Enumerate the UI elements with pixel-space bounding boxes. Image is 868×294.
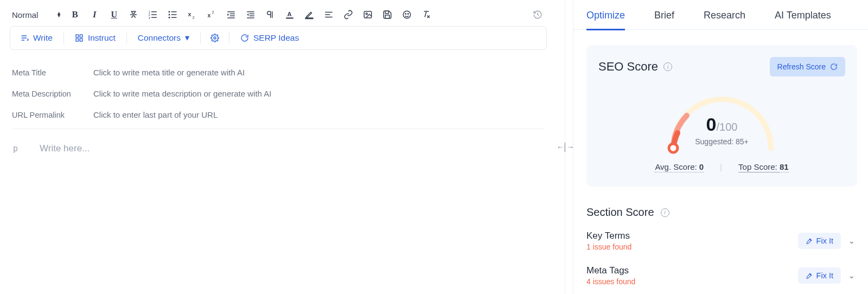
meta-desc-row: Meta Description Click to write meta des… xyxy=(12,83,545,104)
emoji-icon[interactable] xyxy=(401,9,413,21)
italic-icon[interactable]: I xyxy=(88,9,100,21)
connectors-label: Connectors xyxy=(138,33,181,43)
info-icon[interactable]: i xyxy=(661,208,669,217)
settings-button[interactable] xyxy=(201,34,229,42)
history-icon[interactable] xyxy=(532,9,544,21)
seo-score-denom: /100 xyxy=(716,121,737,133)
chevron-down-icon[interactable]: ⌄ xyxy=(848,271,855,280)
meta-url-label: URL Permalink xyxy=(12,111,93,119)
image-icon[interactable] xyxy=(362,9,374,21)
serp-ideas-button[interactable]: SERP Ideas xyxy=(229,33,310,43)
refresh-score-label: Refresh Score xyxy=(777,62,826,71)
meta-title-label: Meta Title xyxy=(12,68,93,77)
section-score-heading: Section Score i xyxy=(573,187,868,223)
highlight-icon[interactable] xyxy=(303,9,315,21)
svg-rect-41 xyxy=(76,39,79,41)
indent-icon[interactable] xyxy=(245,9,257,21)
content-editor[interactable]: Write here... xyxy=(40,143,90,154)
svg-text:x: x xyxy=(208,12,211,18)
chevron-down-icon[interactable]: ⌄ xyxy=(848,237,855,245)
svg-text:2: 2 xyxy=(193,16,195,20)
text-color-icon[interactable]: A xyxy=(284,9,296,21)
editor-body: p Write here... xyxy=(12,129,545,154)
svg-rect-30 xyxy=(326,14,330,15)
save-icon[interactable] xyxy=(381,9,393,21)
info-icon[interactable]: i xyxy=(663,62,672,71)
pane-resize-handle[interactable]: ←│→ xyxy=(557,0,573,294)
refresh-icon xyxy=(830,63,838,71)
tab-optimize[interactable]: Optimize xyxy=(586,10,625,30)
svg-rect-40 xyxy=(80,35,82,37)
instruct-button[interactable]: Instruct xyxy=(64,33,126,43)
wand-icon xyxy=(806,238,813,245)
svg-rect-22 xyxy=(250,14,254,15)
outdent-icon[interactable] xyxy=(225,9,237,21)
meta-url-input[interactable]: Click to enter last part of your URL xyxy=(93,110,218,119)
svg-rect-28 xyxy=(306,18,314,19)
resize-icon: ←│→ xyxy=(557,143,573,151)
seo-score-card: SEO Score i Refresh Score 0/100 xyxy=(586,45,857,187)
section-item-meta-tags: Meta Tags 4 issues found Fix It ⌄ xyxy=(573,253,868,288)
seo-score-value: 0 xyxy=(706,114,717,135)
side-tabs: Optimize Brief Research AI Templates xyxy=(573,5,868,30)
section-score-title: Section Score xyxy=(586,206,654,219)
fix-it-button[interactable]: Fix It xyxy=(798,267,841,284)
meta-desc-label: Meta Description xyxy=(12,90,93,98)
chevron-down-icon: ▾ xyxy=(185,33,189,43)
strikethrough-icon[interactable] xyxy=(127,9,139,21)
separator: | xyxy=(720,162,722,172)
seo-score-title: SEO Score i xyxy=(598,60,672,74)
svg-rect-19 xyxy=(228,17,235,18)
avg-score: Avg. Score: 0 xyxy=(655,162,704,172)
clear-format-icon[interactable] xyxy=(420,9,432,21)
fix-it-label: Fix It xyxy=(816,237,833,245)
svg-point-37 xyxy=(405,14,406,15)
section-item-issues: 1 issue found xyxy=(586,242,631,251)
svg-text:2: 2 xyxy=(212,10,214,14)
svg-rect-17 xyxy=(230,14,235,15)
align-icon[interactable] xyxy=(323,9,335,21)
bold-icon[interactable]: B xyxy=(69,9,81,21)
instruct-label: Instruct xyxy=(88,33,116,43)
sort-icon: ▲▼ xyxy=(56,12,61,17)
svg-marker-20 xyxy=(228,14,229,16)
write-button[interactable]: Write xyxy=(18,33,63,43)
text-direction-icon[interactable] xyxy=(264,9,276,21)
svg-marker-25 xyxy=(247,14,249,16)
svg-point-36 xyxy=(404,11,411,18)
connectors-button[interactable]: Connectors ▾ xyxy=(127,33,200,43)
fix-it-button[interactable]: Fix It xyxy=(798,233,841,249)
meta-desc-input[interactable]: Click to write meta description or gener… xyxy=(93,89,271,98)
format-toolbar: Normal ▲▼ B I U 123 x2 x2 xyxy=(10,7,547,26)
top-score: Top Score: 81 xyxy=(738,162,789,172)
tab-brief[interactable]: Brief xyxy=(654,10,674,29)
ordered-list-icon[interactable]: 123 xyxy=(147,9,159,21)
meta-title-input[interactable]: Click to write meta title or generate wi… xyxy=(93,68,245,77)
svg-rect-1 xyxy=(151,11,157,12)
tab-ai-templates[interactable]: AI Templates xyxy=(775,10,831,29)
link-icon[interactable] xyxy=(342,9,354,21)
svg-rect-23 xyxy=(250,16,254,17)
section-item-issues: 4 issues found xyxy=(586,277,635,286)
unordered-list-icon[interactable] xyxy=(167,9,178,21)
refresh-score-button[interactable]: Refresh Score xyxy=(770,57,845,76)
score-footer: Avg. Score: 0 | Top Score: 81 xyxy=(655,162,788,172)
section-item-name: Key Terms xyxy=(586,231,631,241)
svg-text:A: A xyxy=(288,11,292,17)
paragraph-format-select[interactable]: Normal ▲▼ xyxy=(12,10,61,20)
svg-rect-31 xyxy=(326,17,333,18)
svg-rect-39 xyxy=(76,35,79,37)
underline-icon[interactable]: U xyxy=(108,9,120,21)
tab-research[interactable]: Research xyxy=(704,10,745,29)
ai-action-bar: Write Instruct Connectors ▾ SERP Ideas xyxy=(10,26,547,50)
subscript-icon[interactable]: x2 xyxy=(186,9,198,21)
svg-rect-5 xyxy=(151,17,157,18)
svg-point-6 xyxy=(169,11,170,12)
svg-rect-16 xyxy=(228,11,235,12)
serp-label: SERP Ideas xyxy=(253,33,299,43)
svg-point-43 xyxy=(214,37,216,39)
element-tag-indicator: p xyxy=(12,144,18,154)
section-item-name: Meta Tags xyxy=(586,265,635,276)
superscript-icon[interactable]: x2 xyxy=(206,9,218,21)
svg-rect-18 xyxy=(230,16,235,17)
